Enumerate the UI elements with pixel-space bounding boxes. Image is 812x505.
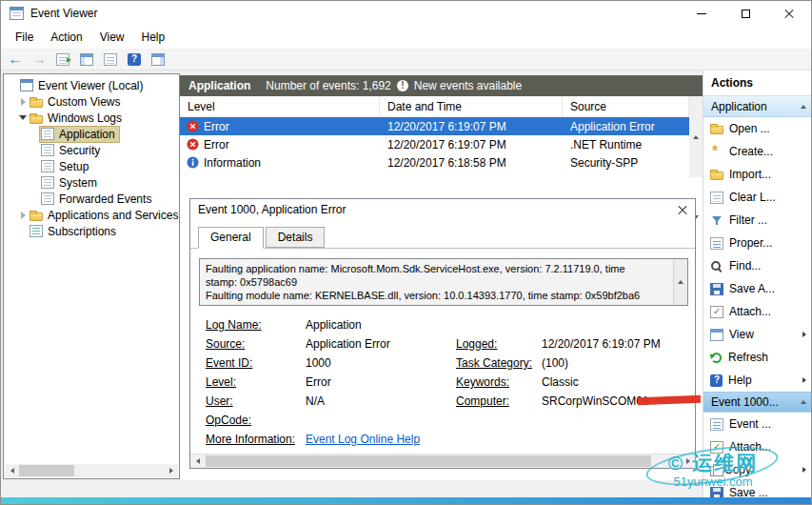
tree-item-label: Windows Logs [48,111,122,125]
tree-item-security[interactable]: Security [4,142,179,158]
action-attach-task[interactable]: Attach... [703,300,812,323]
tree-item-label: Custom Views [48,95,120,109]
section-event-1000[interactable]: Event 1000... [703,392,812,413]
event-row[interactable]: Error 12/20/2017 6:19:07 PM .NET Runtime [180,135,689,153]
log-icon [41,144,54,156]
field-label: Event ID: [206,356,306,370]
action-open-saved-log[interactable]: Open ... [703,117,812,140]
tab-details[interactable]: Details [266,227,326,248]
expander-collapsed-icon[interactable] [17,210,29,221]
error-icon [187,120,199,132]
show-console-tree-button[interactable] [76,50,97,69]
column-source[interactable]: Source [563,96,689,116]
create-view-icon [710,146,723,158]
close-button[interactable] [767,1,811,26]
tree-item-setup[interactable]: Setup [4,158,179,174]
field-value: SRCorpWinSCOM01 [542,394,701,408]
forward-button[interactable] [29,50,50,69]
scroll-right-icon [169,468,173,474]
properties-icon [104,53,117,66]
information-icon [187,156,199,169]
watermark-bottom-strip [1,497,811,504]
tab-general[interactable]: General [198,227,264,249]
field-value: Application [306,318,456,332]
section-application[interactable]: Application [703,96,812,117]
tree-item-windows-logs[interactable]: Windows Logs [4,110,179,126]
action-properties[interactable]: Proper... [703,232,812,254]
action-clear-log[interactable]: Clear L... [703,186,812,209]
expander-expanded-icon[interactable] [17,112,29,124]
scroll-up-button[interactable] [689,98,703,175]
action-create-custom-view[interactable]: Create... [703,140,812,163]
field-value: Error [306,375,456,389]
collapse-section-icon[interactable] [801,400,806,404]
actions-panel: Actions Application Open ... Create... I… [703,71,812,505]
event-log-online-help-link[interactable]: Event Log Online Help [306,433,456,446]
tree-item-applications-services-logs[interactable]: Applications and Services Lo [4,207,179,223]
help-icon [710,374,723,387]
field-row: User: N/A Computer: SRCorpWinSCOM01 [199,392,690,411]
action-filter-current-log[interactable]: Filter ... [703,209,812,232]
scrollbar-thumb[interactable] [206,455,651,467]
scroll-up-button[interactable] [674,262,688,302]
collapse-section-icon[interactable] [801,105,806,109]
scrollbar-thumb[interactable] [19,465,74,476]
folder-icon [30,99,43,108]
window-title: Event Viewer [30,7,97,20]
tree-item-label: Subscriptions [48,225,116,238]
event-row[interactable]: Information 12/20/2017 6:18:58 PM Securi… [180,153,689,172]
error-icon [187,138,199,151]
help-button[interactable] [124,50,145,69]
column-level[interactable]: Level [180,96,380,116]
field-row: More Information: Event Log Online Help [199,430,690,449]
menu-action[interactable]: Action [42,28,90,47]
scroll-left-button[interactable] [190,454,205,468]
back-icon [9,51,23,67]
action-view[interactable]: View [703,323,812,346]
scroll-up-icon [678,280,683,284]
minimize-button[interactable] [680,1,723,26]
action-import-custom-view[interactable]: Import... [703,163,812,186]
tree-item-custom-views[interactable]: Custom Views [4,93,179,110]
menu-help[interactable]: Help [133,28,174,47]
field-label: User: [206,394,306,408]
scroll-right-button[interactable] [681,454,695,468]
properties-button[interactable] [100,50,121,69]
expander-collapsed-icon[interactable] [17,96,29,108]
detail-close-icon[interactable] [678,205,687,214]
action-refresh[interactable]: Refresh [703,346,812,369]
scroll-right-button[interactable] [164,464,178,477]
event-source: Security-SPP [563,156,689,170]
action-help[interactable]: Help [703,369,812,392]
menu-file[interactable]: File [7,28,42,47]
column-date-time[interactable]: Date and Time [380,96,563,116]
back-button[interactable] [5,50,26,69]
tree-item-subscriptions[interactable]: Subscriptions [4,223,179,239]
find-icon [710,260,723,273]
export-button[interactable] [52,50,73,69]
events-count: Number of events: 1,692 [266,79,390,92]
action-pane-button[interactable] [148,50,168,69]
action-attach-task-to-event[interactable]: Attach... [703,435,812,458]
tree-item-application[interactable]: Application [4,126,179,142]
tree-item-event-viewer-local[interactable]: Event Viewer (Local) [4,77,179,93]
log-icon [41,192,54,205]
action-save-all-events[interactable]: Save A... [703,277,812,300]
event-viewer-window: Event Viewer File Action View Help Event… [0,0,812,505]
field-label: Computer: [456,394,542,408]
action-event-properties[interactable]: Event ... [703,413,812,435]
event-source: Application Error [563,120,689,133]
tree-item-forwarded-events[interactable]: Forwarded Events [4,191,179,207]
scroll-left-button[interactable] [5,464,19,477]
action-copy[interactable]: Copy [703,458,812,481]
field-label: Level: [206,375,306,389]
maximize-button[interactable] [723,1,767,26]
action-find[interactable]: Find... [703,254,812,277]
tree-item-system[interactable]: System [4,174,179,191]
tree-item-label: System [59,176,97,190]
scroll-down-button[interactable] [674,302,688,306]
event-datetime: 12/20/2017 6:18:58 PM [380,156,563,170]
menu-view[interactable]: View [91,28,133,47]
forward-icon [32,51,47,67]
event-row[interactable]: Error 12/20/2017 6:19:07 PM Application … [180,117,689,135]
